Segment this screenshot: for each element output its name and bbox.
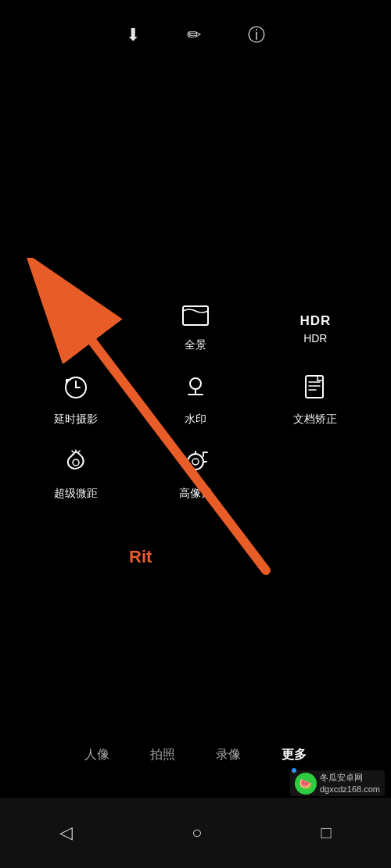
mode-watermark[interactable]: 水印 [149,374,242,427]
tab-photo[interactable]: 拍照 [144,744,181,766]
tab-more[interactable]: 更多 [275,744,313,766]
mode-timelapse[interactable]: 延时摄影 [29,374,123,427]
panorama-icon [181,305,210,330]
nav-bar: ◁ ○ □ [0,798,391,868]
mode-timelapse-label: 延时摄影 [54,413,98,427]
download-icon[interactable]: ⬇ [126,25,140,45]
doc-icon [303,374,327,405]
bottom-tabs: 人像 拍照 录像 更多 [0,744,391,766]
watermark-text: 冬瓜安卓网 dgxcdz168.com [320,772,380,795]
modes-grid: PRO 专业 全景 HDR HDR [0,305,391,523]
svg-point-4 [73,459,79,466]
edit-icon[interactable]: ✏ [187,25,201,45]
mode-panorama-label: 全景 [185,338,206,352]
watermark-badge: 🍉 冬瓜安卓网 dgxcdz168.com [290,770,385,796]
modes-row-1: PRO 专业 全景 HDR HDR [16,305,375,352]
macro-icon [63,448,89,479]
mode-doc-label: 文档矫正 [293,413,337,427]
highres-icon [181,448,210,479]
mode-pro-label: 专业 [65,331,87,345]
svg-point-2 [190,378,201,389]
mode-panorama[interactable]: 全景 [149,305,242,352]
modes-row-2: 延时摄影 水印 文档矫正 [16,374,375,427]
mode-doc[interactable]: 文档矫正 [268,374,362,427]
mode-hdr-label: HDR [303,332,327,345]
mode-pro[interactable]: PRO 专业 [29,313,123,345]
info-icon[interactable]: ⓘ [248,23,265,47]
svg-rect-3 [306,376,323,398]
mode-highres[interactable]: 高像素 [149,448,242,501]
tab-portrait[interactable]: 人像 [78,744,116,766]
svg-point-5 [188,454,203,470]
back-button[interactable]: ◁ [59,823,73,843]
watermark-logo: 🍉 [295,773,317,795]
mode-macro[interactable]: 超级微距 [29,448,123,501]
recents-button[interactable]: □ [321,823,332,843]
mode-hdr[interactable]: HDR HDR [268,313,362,345]
watermark-icon [182,374,209,405]
timelapse-icon [63,374,89,405]
mode-highres-label: 高像素 [179,487,212,501]
mode-macro-label: 超级微距 [54,487,98,501]
mode-watermark-label: 水印 [185,413,206,427]
home-button[interactable]: ○ [192,823,202,843]
modes-row-3: 超级微距 高像素 [16,448,375,501]
tab-video[interactable]: 录像 [210,744,247,766]
svg-point-6 [192,459,199,465]
mode-pro-top-label: PRO [60,313,91,328]
top-toolbar: ⬇ ✏ ⓘ [0,23,391,47]
mode-hdr-top-label: HDR [300,313,331,329]
svg-text:Rit: Rit [129,547,152,566]
